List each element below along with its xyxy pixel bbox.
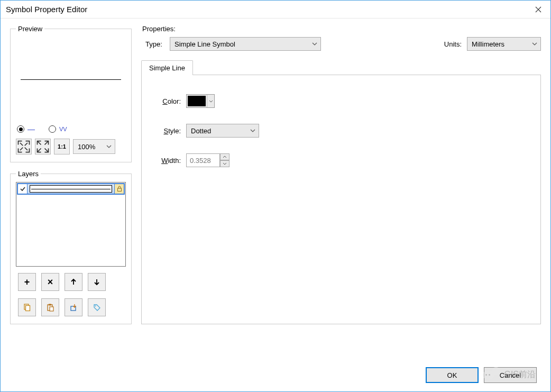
preview-mode-straight[interactable]: —: [17, 125, 35, 133]
color-label: Color:: [154, 97, 181, 105]
style-row: Style: Dotted: [154, 124, 528, 138]
tab-simple-line[interactable]: Simple Line: [141, 60, 193, 75]
width-spinner[interactable]: 0.3528: [186, 153, 229, 167]
color-swatch: [188, 96, 206, 106]
preview-toolbar: 1:1 100%: [16, 139, 126, 154]
svg-rect-5: [50, 307, 53, 311]
preview-canvas: [16, 37, 126, 122]
color-picker[interactable]: [186, 94, 215, 108]
zoom-out-arrows-icon: [35, 139, 50, 154]
preview-legend: Preview: [16, 25, 44, 33]
dialog-footer: OK Cancel: [426, 367, 537, 383]
color-row: Color:: [154, 94, 528, 108]
preview-group: Preview — VV: [10, 25, 132, 162]
svg-rect-0: [117, 188, 121, 192]
move-layer-down-button[interactable]: [88, 273, 106, 291]
chevron-down-icon: [250, 129, 255, 132]
style-select[interactable]: Dotted: [186, 124, 259, 138]
import-layer-button[interactable]: [65, 298, 82, 316]
paste-icon: [46, 303, 54, 312]
preview-mode-row: — VV: [17, 125, 126, 133]
chevron-down-icon: [106, 145, 112, 148]
preview-symbol-line: [21, 79, 121, 80]
layers-group: Layers +: [10, 170, 132, 324]
layer-toolbar-row2: [16, 298, 126, 316]
close-icon: [535, 6, 541, 13]
arrow-down-icon: [93, 278, 101, 286]
zoom-level-value: 100%: [78, 143, 95, 151]
width-increment-button[interactable]: [220, 153, 229, 160]
zoom-actual-button[interactable]: 1:1: [54, 139, 70, 154]
zoom-fit-button[interactable]: [16, 139, 32, 154]
remove-layer-button[interactable]: ×: [41, 273, 59, 291]
layers-legend: Layers: [16, 170, 41, 178]
straight-line-icon: —: [27, 125, 35, 133]
units-select[interactable]: Millimeters: [467, 37, 541, 51]
style-value: Dotted: [191, 127, 211, 135]
layer-toolbar-row1: + ×: [16, 273, 126, 291]
add-layer-button[interactable]: +: [18, 273, 36, 291]
layer-row[interactable]: [17, 183, 125, 195]
import-icon: [69, 303, 78, 312]
zigzag-line-icon: VV: [59, 126, 67, 132]
arrow-up-icon: [69, 278, 78, 286]
width-row: Width: 0.3528: [154, 153, 528, 167]
chevron-down-icon: [532, 42, 537, 45]
zoom-full-button[interactable]: [35, 139, 51, 154]
zoom-level-select[interactable]: 100%: [73, 139, 115, 154]
paste-layer-button[interactable]: [41, 298, 59, 316]
one-to-one-icon: 1:1: [58, 143, 66, 150]
lock-icon: [116, 186, 123, 192]
width-input[interactable]: 0.3528: [186, 153, 220, 167]
layer-lock-toggle[interactable]: [114, 184, 124, 194]
close-button[interactable]: [526, 2, 550, 17]
width-label: Width:: [154, 157, 181, 165]
copy-layer-button[interactable]: [18, 298, 36, 316]
svg-rect-4: [49, 304, 51, 306]
window-title: Symbol Property Editor: [6, 5, 526, 14]
tab-strip: Simple Line: [141, 60, 541, 75]
right-column: Properties: Type: Simple Line Symbol Uni…: [141, 25, 541, 324]
layer-visibility-checkbox[interactable]: [18, 184, 27, 194]
type-label: Type:: [141, 40, 164, 48]
preview-mode-zigzag[interactable]: VV: [49, 125, 67, 133]
titlebar: Symbol Property Editor: [1, 1, 550, 19]
type-value: Simple Line Symbol: [175, 40, 235, 48]
properties-tabs: Simple Line Color: Style: Dotted: [141, 60, 541, 324]
radio-icon: [49, 125, 56, 133]
left-column: Preview — VV: [10, 25, 132, 324]
units-label: Units:: [444, 40, 462, 48]
cancel-button[interactable]: Cancel: [484, 367, 537, 383]
plus-icon: +: [24, 277, 30, 287]
ok-button[interactable]: OK: [426, 367, 479, 383]
type-units-row: Type: Simple Line Symbol Units: Millimet…: [141, 37, 541, 51]
checkmark-icon: [20, 186, 26, 192]
tab-panel-simple-line: Color: Style: Dotted: [141, 75, 541, 324]
style-label: Style:: [154, 127, 181, 135]
properties-heading: Properties:: [142, 25, 541, 33]
radio-icon: [17, 125, 24, 133]
move-layer-up-button[interactable]: [65, 273, 82, 291]
x-icon: ×: [48, 277, 53, 287]
type-select[interactable]: Simple Line Symbol: [170, 37, 321, 51]
symbol-property-editor-window: Symbol Property Editor Preview —: [0, 0, 551, 392]
svg-point-7: [95, 306, 96, 307]
layers-list[interactable]: [16, 182, 126, 267]
layer-preview: [27, 184, 114, 194]
copy-icon: [23, 303, 31, 312]
spinner-buttons: [220, 153, 229, 167]
color-dropdown-arrow: [207, 95, 214, 107]
tag-layer-button[interactable]: [88, 298, 106, 316]
chevron-down-icon: [312, 42, 317, 45]
units-value: Millimeters: [472, 40, 504, 48]
content-area: Preview — VV: [1, 19, 550, 331]
width-decrement-button[interactable]: [220, 160, 229, 167]
tag-icon: [93, 303, 101, 312]
zoom-in-arrows-icon: [16, 139, 31, 154]
svg-rect-2: [26, 306, 30, 311]
